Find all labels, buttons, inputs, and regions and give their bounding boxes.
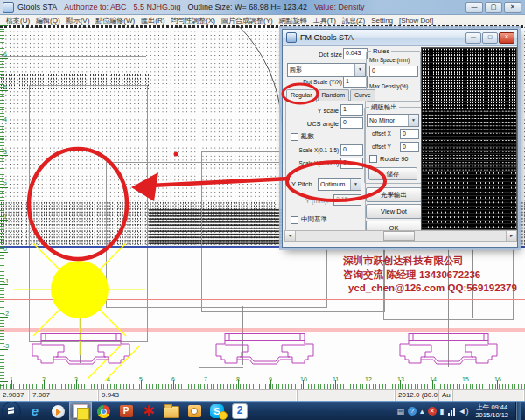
taskbar-item-skype[interactable]: S — [206, 402, 228, 420]
menu-item[interactable]: 網點旋轉 — [279, 16, 307, 25]
taskbar-item-paint[interactable]: ✱ — [137, 402, 160, 420]
offset-y-input[interactable]: 0 — [400, 142, 419, 152]
taskbar-item-app2[interactable]: 2 — [228, 402, 251, 420]
menu-item[interactable]: 均勻性調整(X) — [171, 16, 215, 25]
dialog-maximize-button[interactable]: ▢ — [482, 32, 498, 44]
scale-y-input[interactable]: 0 — [340, 158, 363, 169]
keyboard-icon[interactable]: ▤ — [397, 407, 405, 416]
bottom-ruler-label: 11 — [332, 376, 339, 382]
random-checkbox[interactable]: 亂數 — [290, 132, 314, 141]
pink-highlight-line — [0, 328, 525, 332]
media-player-icon — [52, 405, 65, 418]
y-pitch-select[interactable]: Optimum ▼ — [318, 178, 361, 191]
taskbar-item-explorer[interactable] — [160, 402, 183, 420]
minimize-button[interactable]: — — [466, 2, 483, 13]
scroll-left-icon[interactable]: ◄ — [285, 231, 296, 241]
tab-regular[interactable]: Regular — [286, 89, 317, 102]
taskbar-item-active-app[interactable] — [69, 402, 92, 420]
watermark-contact-text: 深圳市跃创达科技有限公司 咨询交流 陈经理 13430672236 ycd_ch… — [343, 255, 517, 296]
left-ruler-label: -2 — [4, 311, 9, 317]
y-pitch-label: Y Pitch — [291, 180, 312, 188]
network-icon[interactable] — [448, 408, 455, 416]
checkbox-icon[interactable] — [369, 155, 377, 163]
taskbar-item-chrome[interactable] — [92, 402, 115, 420]
save-button[interactable]: 儲存 — [368, 167, 417, 180]
optical-output-button[interactable]: 光學輸出 — [366, 187, 422, 202]
scrollbar-thumb[interactable] — [383, 231, 415, 241]
menu-item[interactable]: 編輯(Q) — [36, 16, 60, 25]
ucs-angle-input[interactable]: 0 — [340, 117, 363, 129]
y-mm-input: 0.15 — [333, 194, 361, 206]
bottom-ruler-label: 2 — [42, 376, 46, 382]
system-tray: ▤ ? ▴ ✕ ▮ ◄) 上午 09:44 2015/10/12 — [397, 402, 525, 420]
menu-item[interactable]: 訊息(Z) — [342, 16, 365, 25]
chevron-down-icon[interactable]: ▼ — [408, 115, 418, 126]
menu-item[interactable]: 檔案(U) — [6, 16, 30, 25]
y-scale-input[interactable]: 1 — [340, 104, 363, 116]
dialog-close-button[interactable]: ✕ — [499, 32, 514, 44]
dialog-titlebar[interactable]: FM Gtools STA — ▢ ✕ — [283, 30, 517, 46]
scroll-right-icon[interactable]: ► — [506, 231, 516, 241]
menu-item[interactable]: Setting — [371, 17, 393, 24]
dot-size-label: Dot size — [290, 51, 342, 59]
left-ruler-label: 0 — [4, 246, 7, 252]
scale-x-input[interactable]: 0 — [340, 144, 363, 156]
windows-flag-icon — [8, 408, 10, 410]
tab-curve[interactable]: Curve — [350, 89, 375, 101]
mirror-select[interactable]: No Mirror ▼ — [367, 114, 419, 127]
ucs-angle-label: UCS angle — [288, 120, 339, 128]
menu-item[interactable]: 顯示(V) — [66, 16, 90, 25]
taskbar[interactable]: e P ✱ S 2 ▤ ? ▴ ✕ ▮ ◄) 上午 09:44 2015/10/… — [0, 401, 525, 420]
bottom-ruler-label: 7 — [204, 376, 207, 382]
taskbar-item-media-player[interactable] — [46, 402, 69, 420]
show-desktop-button[interactable] — [515, 402, 522, 420]
rotate90-checkbox[interactable]: Rotate 90 — [369, 155, 409, 163]
taskbar-clock[interactable]: 上午 09:44 2015/10/12 — [472, 403, 512, 419]
view-dot-button[interactable]: View Dot — [366, 204, 422, 219]
dot-scale-input[interactable]: 1 — [343, 76, 368, 88]
chevron-down-icon[interactable]: ▼ — [354, 64, 365, 76]
checkbox-icon[interactable] — [290, 216, 298, 224]
taskbar-item-powerpoint[interactable]: P — [115, 402, 137, 420]
status-bar: 2.90377.0079.9432012.0 (80.0)Au — [0, 389, 525, 402]
fm-dialog[interactable]: FM Gtools STA — ▢ ✕ Dot size 0.043 圓形 ▼ … — [282, 29, 518, 248]
offset-x-input[interactable]: 0 — [400, 129, 419, 139]
construction-line — [199, 368, 243, 368]
dialog-minimize-button[interactable]: — — [466, 32, 481, 44]
volume-icon[interactable]: ◄) — [458, 407, 469, 416]
tab-random[interactable]: Random — [318, 89, 349, 101]
start-button[interactable] — [2, 402, 21, 420]
contact-email: ycd_chen@126.com QQ:569192379 — [343, 282, 517, 296]
menu-item[interactable]: 點位編修(W) — [95, 16, 135, 25]
dot-shape-select[interactable]: 圓形 ▼ — [287, 63, 366, 77]
left-ruler-label: 1 — [4, 214, 7, 220]
min-space-input[interactable]: 0 — [369, 66, 418, 77]
center-base-checkbox[interactable]: 中間基準 — [290, 215, 327, 224]
dot-size-input[interactable]: 0.043 — [343, 48, 368, 60]
menu-item[interactable]: 匯出(R) — [141, 16, 164, 25]
taskbar-item-outlook[interactable] — [183, 402, 206, 420]
max-density-label: Max Density(%) — [369, 83, 408, 89]
dialog-h-scrollbar[interactable]: ◄ ► — [284, 230, 517, 242]
battery-icon[interactable]: ▮ — [440, 407, 444, 416]
app2-icon: 2 — [232, 403, 248, 419]
bottom-ruler-label: 10 — [300, 376, 307, 382]
chevron-down-icon[interactable]: ▼ — [350, 178, 360, 190]
y-mm-label: Y (mm): — [305, 197, 329, 205]
show-hidden-icons[interactable]: ▴ — [420, 407, 424, 416]
left-ruler-label: 4 — [4, 116, 7, 122]
menu-item[interactable]: 工具(T) — [313, 16, 336, 25]
menu-item[interactable]: [Show Dot] — [399, 17, 433, 24]
construction-line — [80, 261, 80, 363]
desktop: Gtools STA Authorize to: ABC 5.5 NJHG.bi… — [0, 0, 525, 420]
menu-item[interactable]: 圖片合成調整(Y) — [221, 16, 273, 25]
error-flag-icon[interactable]: ✕ — [428, 407, 437, 416]
help-tray-icon[interactable]: ? — [408, 407, 416, 416]
bottom-ruler-label: 5 — [139, 376, 143, 382]
checkbox-icon[interactable] — [290, 133, 298, 141]
taskbar-item-ie[interactable]: e — [24, 402, 46, 420]
maximize-button[interactable]: ▢ — [485, 2, 502, 13]
close-button[interactable]: ✕ — [504, 2, 522, 13]
dot-scale-label: Dot Scale (Y/X) — [284, 79, 342, 85]
window-titlebar[interactable]: Gtools STA Authorize to: ABC 5.5 NJHG.bi… — [0, 0, 525, 15]
